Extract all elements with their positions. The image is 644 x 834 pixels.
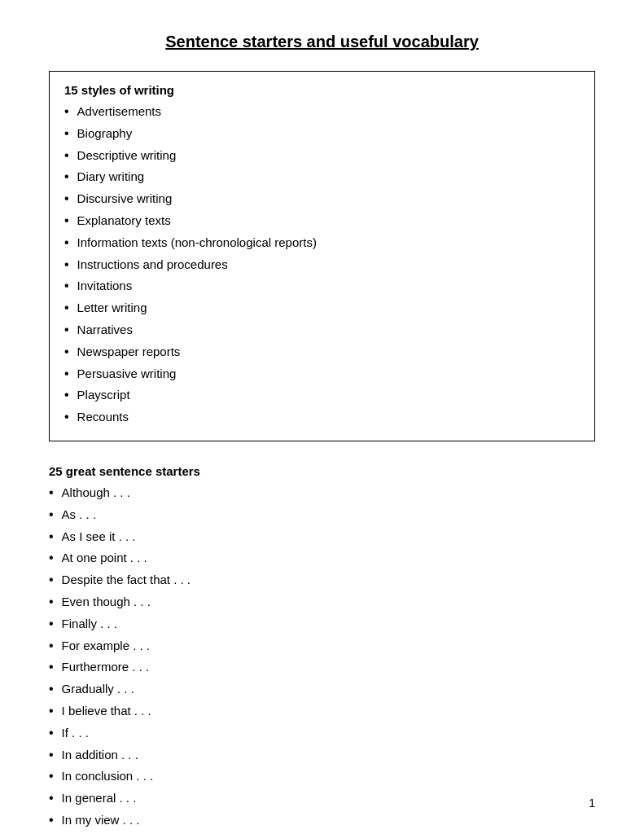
list-item: Despite the fact that . . . (49, 570, 595, 590)
list-item: Instructions and procedures (64, 255, 580, 275)
list-item: Descriptive writing (64, 146, 580, 166)
list-item: Letter writing (64, 298, 580, 318)
list-item: If . . . (49, 723, 595, 744)
styles-of-writing-box: 15 styles of writing AdvertisementsBiogr… (49, 71, 595, 441)
styles-heading: 15 styles of writing (64, 83, 580, 97)
list-item: In general . . . (49, 788, 595, 809)
list-item: As . . . (49, 505, 595, 525)
list-item: I believe that . . . (49, 701, 595, 722)
list-item: Although . . . (49, 483, 595, 503)
list-item: Recounts (64, 407, 580, 428)
list-item: In conclusion . . . (49, 766, 595, 787)
list-item: In addition . . . (49, 745, 595, 766)
starters-section: 25 great sentence starters Although . . … (49, 464, 595, 834)
list-item: In my view . . . (49, 810, 595, 831)
list-item: Biography (64, 124, 580, 144)
list-item: Discursive writing (64, 189, 580, 209)
list-item: Newspaper reports (64, 342, 580, 362)
styles-list: AdvertisementsBiographyDescriptive writi… (64, 102, 580, 428)
list-item: Diary writing (64, 167, 580, 187)
page-number: 1 (589, 797, 595, 810)
list-item: Information texts (non-chronological rep… (64, 233, 580, 253)
list-item: Even though . . . (49, 592, 595, 612)
list-item: Gradually . . . (49, 679, 595, 700)
list-item: Playscript (64, 385, 580, 406)
list-item: Narratives (64, 320, 580, 340)
list-item: Persuasive writing (64, 364, 580, 384)
list-item: Advertisements (64, 102, 580, 122)
list-item: Explanatory texts (64, 211, 580, 231)
page-title: Sentence starters and useful vocabulary (49, 33, 595, 51)
starters-list: Although . . .As . . .As I see it . . .A… (49, 483, 595, 834)
starters-heading: 25 great sentence starters (49, 464, 595, 478)
list-item: Furthermore . . . (49, 657, 595, 678)
list-item: Finally . . . (49, 614, 595, 634)
list-item: For example . . . (49, 636, 595, 656)
list-item: As I see it . . . (49, 527, 595, 547)
list-item: At one point . . . (49, 548, 595, 568)
list-item: Invitations (64, 276, 580, 296)
